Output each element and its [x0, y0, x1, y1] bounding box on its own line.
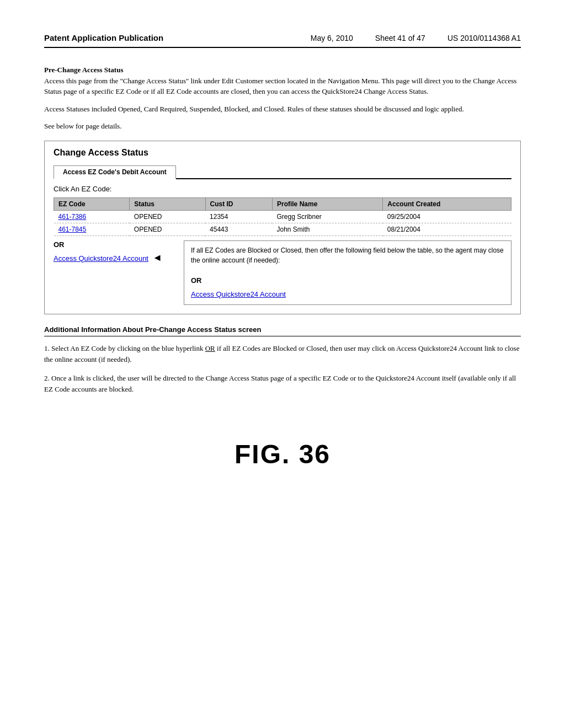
col-header-status: Status: [130, 197, 205, 210]
change-access-status-box: Change Access Status Access EZ Code's De…: [44, 141, 521, 314]
additional-title: Additional Information About Pre-Change …: [44, 325, 521, 336]
header-patent: US 2010/0114368 A1: [447, 34, 521, 42]
profile-name-cell-2: John Smith: [272, 223, 382, 235]
ez-code-link-1[interactable]: 461-7386: [58, 213, 87, 221]
bottom-section: OR Access Quickstore24 Account ◄ If all …: [54, 240, 511, 305]
status-cell-2: OPENED: [130, 223, 205, 235]
or-hyperlink: OR: [205, 344, 215, 352]
additional-section: Additional Information About Pre-Change …: [44, 325, 521, 395]
intro-paragraph2: Access Statuses included Opened, Card Re…: [44, 104, 521, 115]
click-ez-code-label: Click An EZ Code:: [54, 185, 511, 193]
col-header-profile-name: Profile Name: [272, 197, 382, 210]
arrow-icon: ◄: [152, 252, 162, 264]
intro-paragraph3: See below for page details.: [44, 121, 521, 132]
qs24-link-left[interactable]: Access Quickstore24 Account: [54, 254, 148, 263]
table-row: 461-7386 OPENED 12354 Gregg Scribner 09/…: [54, 210, 511, 223]
or-label-left: OR: [54, 240, 175, 249]
header-date: May 6, 2010: [311, 34, 353, 42]
qs24-link-right[interactable]: Access Quickstore24 Account: [191, 290, 286, 298]
col-header-account-created: Account Created: [383, 197, 511, 210]
table-row: 461-7845 OPENED 45443 John Smith 08/21/2…: [54, 223, 511, 235]
ez-code-table: EZ Code Status Cust ID Profile Name Acco…: [54, 197, 511, 236]
account-created-cell-1: 09/25/2004: [383, 210, 511, 223]
header-meta: May 6, 2010 Sheet 41 of 47 US 2010/01143…: [311, 34, 521, 42]
intro-paragraph1: Access this page from the "Change Access…: [44, 77, 516, 96]
page: Patent Application Publication May 6, 20…: [0, 0, 565, 728]
profile-name-cell-1: Gregg Scribner: [272, 210, 382, 223]
col-header-ez-code: EZ Code: [54, 197, 130, 210]
cust-id-cell-2: 45443: [205, 223, 272, 235]
intro-section: Pre-Change Access Status Access this pag…: [44, 65, 521, 132]
header-sheet: Sheet 41 of 47: [375, 34, 425, 42]
tab-debit-account[interactable]: Access EZ Code's Debit Account: [54, 165, 176, 179]
status-cell-1: OPENED: [130, 210, 205, 223]
bottom-right-box: If all EZ Codes are Blocked or Closed, t…: [184, 240, 511, 305]
or-label-right: OR: [191, 275, 504, 286]
patent-publication-title: Patent Application Publication: [44, 33, 163, 42]
table-header-row: EZ Code Status Cust ID Profile Name Acco…: [54, 197, 511, 210]
cust-id-cell-1: 12354: [205, 210, 272, 223]
bottom-left: OR Access Quickstore24 Account ◄: [54, 240, 175, 305]
ui-box-title: Change Access Status: [54, 148, 511, 158]
additional-item-1: 1. Select An EZ Code by clicking on the …: [44, 343, 521, 365]
right-box-text: If all EZ Codes are Blocked or Closed, t…: [191, 247, 504, 264]
tab-bar: Access EZ Code's Debit Account: [54, 164, 511, 179]
col-header-cust-id: Cust ID: [205, 197, 272, 210]
figure-label: FIG. 36: [44, 439, 521, 469]
additional-item-2: 2. Once a link is clicked, the user will…: [44, 373, 521, 395]
page-header: Patent Application Publication May 6, 20…: [44, 33, 521, 48]
intro-title: Pre-Change Access Status: [44, 66, 123, 74]
ez-code-link-2[interactable]: 461-7845: [58, 226, 87, 233]
account-created-cell-2: 08/21/2004: [383, 223, 511, 235]
